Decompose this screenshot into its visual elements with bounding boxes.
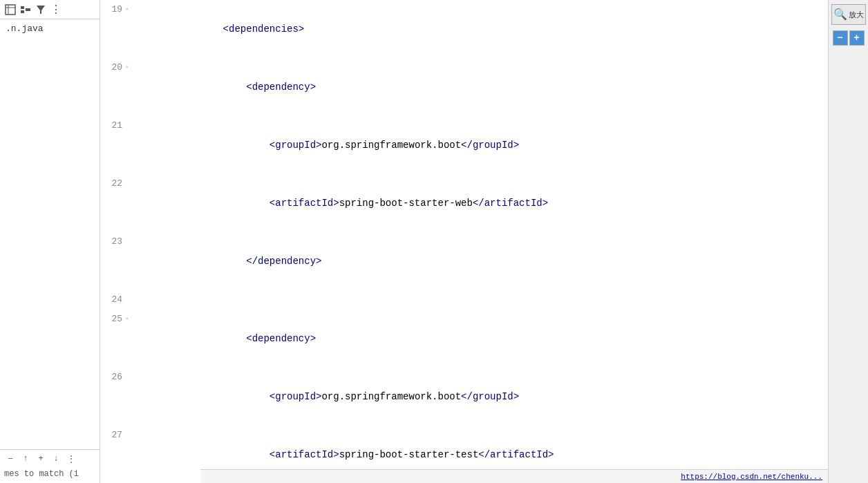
- line-content-23[interactable]: </dependency>: [128, 232, 828, 290]
- sidebar-toolbar: ⋮: [0, 0, 100, 19]
- line-content-22[interactable]: <artifactId>spring-boot-starter-web</art…: [128, 174, 828, 232]
- left-sidebar: ⋮ .n.java ─ ↑ + ↓ ⋮ mes to match (i: [0, 0, 100, 483]
- zoom-icon: 🔍: [833, 8, 847, 21]
- svg-rect-5: [26, 8, 30, 11]
- zoom-minus-button[interactable]: −: [833, 30, 848, 46]
- line-number-25: 25◦: [100, 310, 128, 329]
- svg-rect-4: [21, 10, 24, 13]
- sidebar-bottom: ─ ↑ + ↓ ⋮ mes to match (i: [0, 449, 100, 483]
- add-bottom-icon[interactable]: +: [35, 453, 47, 465]
- minimize-bottom-icon[interactable]: ─: [4, 453, 17, 465]
- more-icon[interactable]: ⋮: [50, 3, 62, 16]
- table-icon[interactable]: [4, 3, 17, 16]
- line-content-24: [128, 290, 828, 310]
- zoom-actions: − +: [833, 30, 865, 46]
- arrow-down-icon[interactable]: ↓: [50, 453, 62, 465]
- line-number-26: 26: [100, 368, 128, 387]
- filter-icon[interactable]: [35, 3, 47, 16]
- svg-marker-6: [37, 6, 45, 14]
- svg-rect-3: [21, 6, 24, 9]
- line-number-23: 23: [100, 232, 128, 252]
- structure-icon[interactable]: [19, 3, 32, 16]
- zoom-label: 放大: [849, 10, 864, 20]
- line-content-20[interactable]: <dependency>: [128, 58, 828, 116]
- svg-rect-0: [6, 5, 15, 15]
- line-number-22: 22: [100, 174, 128, 193]
- code-line-19: 19◦ <dependencies>: [100, 0, 828, 58]
- sidebar-bottom-toolbar: ─ ↑ + ↓ ⋮: [4, 453, 95, 465]
- line-content-19[interactable]: <dependencies>: [128, 0, 828, 58]
- more-bottom-icon[interactable]: ⋮: [65, 453, 77, 465]
- code-lines: 19◦ <dependencies> 20◦ <dependency> 21 <…: [100, 0, 828, 483]
- status-bar: https://blog.csdn.net/chenku...: [200, 469, 828, 483]
- code-line-21: 21 <groupId>org.springframework.boot</gr…: [100, 116, 828, 174]
- code-line-23: 23 </dependency>: [100, 232, 828, 290]
- line-number-20: 20◦: [100, 58, 128, 77]
- line-content-21[interactable]: <groupId>org.springframework.boot</group…: [128, 116, 828, 174]
- main-container: ⋮ .n.java ─ ↑ + ↓ ⋮ mes to match (i 19◦ …: [0, 0, 868, 483]
- match-label: mes to match (i: [4, 468, 95, 480]
- line-number-27: 27: [100, 426, 128, 445]
- line-content-25[interactable]: <dependency>: [128, 310, 828, 368]
- line-number-19: 19◦: [100, 0, 128, 19]
- line-content-26[interactable]: <groupId>org.springframework.boot</group…: [128, 368, 828, 426]
- zoom-button[interactable]: 🔍 放大: [831, 4, 866, 25]
- status-url[interactable]: https://blog.csdn.net/chenku...: [681, 473, 822, 481]
- code-line-24: 24: [100, 290, 828, 310]
- arrow-up-icon[interactable]: ↑: [19, 453, 32, 465]
- right-panel: 🔍 放大 − +: [828, 0, 868, 483]
- code-line-22: 22 <artifactId>spring-boot-starter-web</…: [100, 174, 828, 232]
- code-editor: 19◦ <dependencies> 20◦ <dependency> 21 <…: [100, 0, 828, 483]
- code-line-20: 20◦ <dependency>: [100, 58, 828, 116]
- zoom-plus-button[interactable]: +: [849, 30, 865, 46]
- sidebar-content: .n.java: [0, 19, 100, 449]
- line-number-24: 24: [100, 290, 128, 310]
- line-number-21: 21: [100, 116, 128, 135]
- sidebar-file-item[interactable]: .n.java: [3, 22, 97, 35]
- code-line-25: 25◦ <dependency>: [100, 310, 828, 368]
- code-line-26: 26 <groupId>org.springframework.boot</gr…: [100, 368, 828, 426]
